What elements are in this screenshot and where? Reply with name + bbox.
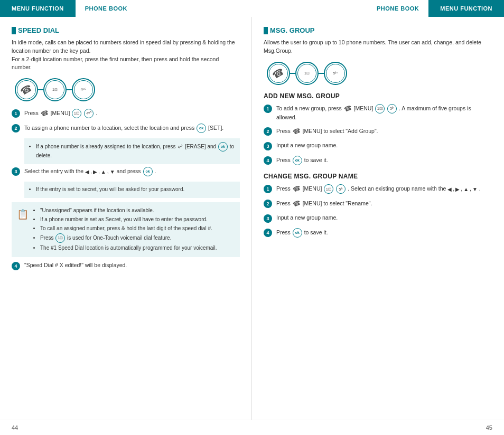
msg-num5-key-inner: 5ʲᵏˡ [326,64,345,83]
add-msg-group-title: ADD NEW MSG. GROUP [264,92,492,100]
step-4: 4 "Speed Dial # X edited!" will be displ… [12,261,240,270]
add-step-text-3: Input a new group name. [276,141,338,150]
ok-key-2: ok [197,124,206,133]
add-step-num-3: 3 [264,142,272,150]
page-number-right: 45 [486,424,492,431]
left-panel: SPEED DIAL In idle mode, calls can be pl… [0,17,252,420]
add-step-2: 2 Press ☎ [MENU] to select "Add Group". [264,127,492,136]
note-box-inner: 📋 "Unassigned" appears if the location i… [17,206,235,253]
msg-phone-key-inner: ☎ [269,64,288,83]
add-step-num-4: 4 [264,156,272,165]
change-step-num-3: 3 [264,214,272,223]
add-phone-icon: ☎ [342,102,353,114]
title-bar-icon [12,27,16,34]
change-step-num-2: 2 [264,200,272,208]
msg-phone-key-icon: ☎ [267,62,290,85]
step-3: 3 Select the entry with the ◀, ▶, ▲, ▼ a… [12,167,240,176]
footer: 44 45 [0,420,504,435]
change-step-3: 3 Input a new group name. [264,214,492,223]
change-step-4: 4 Press ok to save it. [264,228,492,238]
num4-key-icon: 4ᵍʰⁱ [72,78,95,101]
arrow-right: ▶ [93,168,97,176]
add-key-1eq: 1⊡ [375,104,385,114]
msg-menu-key-inner: 1⊡ [297,64,316,83]
sub-bullet-2: If a phone number is already assigned to… [24,138,240,164]
change-phone-icon-2: ☎ [291,198,302,210]
msg-key-connector-1 [290,73,295,74]
num4-key-inner: 4ᵍʰⁱ [74,80,93,99]
sub-bullet-3: If the entry is set to secret, you will … [24,182,240,198]
header-left: MENU FUNCTION PHONE BOOK [0,0,252,17]
change-key-5jk: 5ʲᵏ [336,184,346,194]
menu-phone-icon-1: ☎ [39,108,50,119]
add-key-5jk: 5ʲᵏ [387,104,397,114]
arrow-keys-left: ◀, ▶, ▲, ▼ [85,167,115,176]
voicemail-key: 1⊡ [55,233,65,243]
page-number-left: 44 [12,424,18,431]
change-arrow-up: ▲ [463,185,469,193]
add-step-4: 4 Press ok to save it. [264,156,492,165]
step-text-1: Press ☎ [MENU] 1⊡ 4ᵍʰ . [24,109,97,118]
phone-key-icon: ☎ [15,78,38,101]
step-text-2: To assign a phone number to a location, … [24,124,223,133]
note-icon: 📋 [17,207,29,222]
change-step-text-1: Press ☎ [MENU] 1⊡ 5ʲᵏ . Select an existi… [276,184,481,194]
change-step-text-4: Press ok to save it. [276,228,328,238]
step-1: 1 Press ☎ [MENU] 1⊡ 4ᵍʰ . [12,109,240,118]
change-step-1: 1 Press ☎ [MENU] 1⊡ 5ʲᵏ . Select an exis… [264,184,492,194]
key-icons-row: ☎ 1⊡ 4ᵍʰⁱ [15,78,240,101]
ok-key-change4: ok [293,228,302,238]
change-step-num-1: 1 [264,185,272,193]
step-num-2: 2 [12,124,20,133]
step-num-4: 4 [12,262,20,270]
ok-key-3: ok [143,167,153,176]
change-msg-group-title: CHANGE MSG. GROUP NAME [264,173,492,180]
change-arrow-left: ◀ [447,185,452,193]
title-bar-icon-right [264,27,268,34]
step-num-3: 3 [12,167,20,176]
add-step-num-1: 1 [264,105,272,113]
msg-group-title: MSG. GROUP [270,26,315,34]
header: MENU FUNCTION PHONE BOOK PHONE BOOK MENU… [0,0,504,17]
right-panel: MSG. GROUP Allows the user to group up t… [252,17,504,420]
change-key-1eq: 1⊡ [324,184,333,194]
add-step-1: 1 To add a new group, press ☎ [MENU] 1⊡ … [264,104,492,122]
key-4gh: 4ᵍʰ [84,109,94,118]
key-connector-1 [38,89,43,90]
change-arrow-keys: ◀, ▶, ▲, ▼ [447,185,478,193]
speed-dial-description: In idle mode, calls can be placed to num… [12,39,240,72]
speed-dial-title: SPEED DIAL [18,26,59,34]
msg-num5-key-icon: 5ʲᵏˡ [324,62,347,85]
change-arrow-down: ▼ [472,185,478,193]
change-step-text-2: Press ☎ [MENU] to select "Rename". [276,199,372,209]
add-step-text-2: Press ☎ [MENU] to select "Add Group". [276,127,378,136]
tab-phone-book-right: PHONE BOOK [367,0,428,17]
note-text: "Unassigned" appears if the location is … [33,206,217,253]
add-phone-icon-2: ☎ [291,126,302,137]
key-1eq: 1⊡ [72,109,81,118]
tab-menu-function-left: MENU FUNCTION [0,0,76,17]
msg-phone-glyph: ☎ [270,65,286,81]
step-num-1: 1 [12,109,20,118]
change-step-text-3: Input a new group name. [276,214,338,222]
header-right: PHONE BOOK MENU FUNCTION [252,0,504,17]
step-text-4: "Speed Dial # X edited!" will be display… [24,261,127,270]
msg-group-description: Allows the user to group up to 10 phone … [264,39,492,55]
arrow-up: ▲ [101,168,106,176]
tab-menu-function-right: MENU FUNCTION [428,0,504,17]
ok-key-sub2: ok [218,142,228,152]
add-step-text-1: To add a new group, press ☎ [MENU] 1⊡ 5ʲ… [276,104,492,122]
msg-menu-key-icon: 1⊡ [295,62,319,85]
change-arrow-right: ▶ [455,185,460,193]
key-connector-2 [67,89,72,90]
erase-icon: ↩ [176,141,185,152]
arrow-left: ◀ [85,168,89,176]
arrow-down: ▼ [110,168,115,176]
change-phone-icon-1: ☎ [291,183,302,195]
ok-key-add4: ok [293,156,302,165]
step-2: 2 To assign a phone number to a location… [12,124,240,133]
note-box: 📋 "Unassigned" appears if the location i… [12,202,240,257]
tab-phone-book-left: PHONE BOOK [76,0,137,17]
msg-key-icons-row: ☎ 1⊡ 5ʲᵏˡ [267,62,492,85]
speed-dial-title-wrapper: SPEED DIAL [12,26,240,34]
